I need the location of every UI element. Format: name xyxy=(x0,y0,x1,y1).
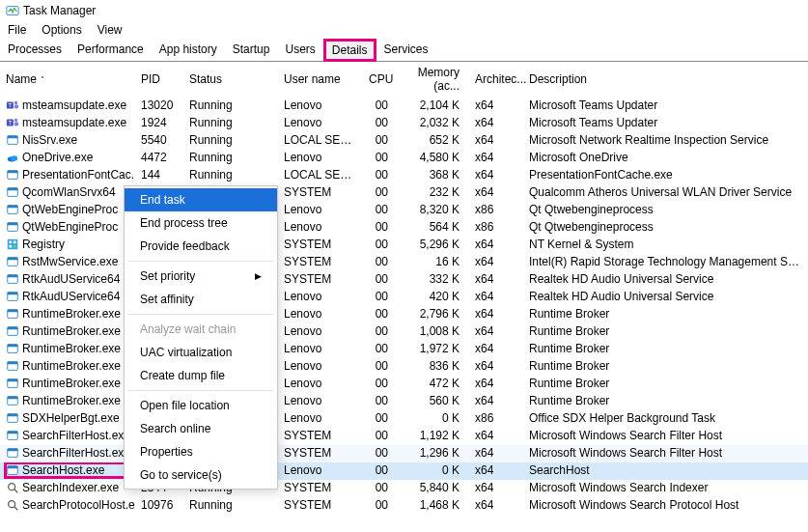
process-name: RuntimeBroker.exe xyxy=(22,307,121,321)
exe-icon xyxy=(6,359,19,373)
cell-desc: Qt Qtwebengineprocess xyxy=(523,202,808,219)
table-row[interactable]: NisSrv.exe5540RunningLOCAL SER...00652 K… xyxy=(0,132,808,150)
col-username[interactable]: User name xyxy=(278,62,363,98)
svg-point-54 xyxy=(9,501,15,508)
context-item-end-process-tree[interactable]: End process tree xyxy=(125,211,277,235)
process-name: RuntimeBroker.exe xyxy=(22,324,121,338)
cell-cpu: 00 xyxy=(363,132,398,150)
cell-desc: Microsoft Network Realtime Inspection Se… xyxy=(523,132,808,150)
table-row[interactable]: Tmsteamsupdate.exe13020RunningLenovo002,… xyxy=(0,98,808,115)
process-name: QtWebEngineProc xyxy=(22,203,118,216)
exe-icon xyxy=(6,290,19,303)
cell-pid: 1924 xyxy=(135,115,183,132)
table-row[interactable]: RuntimeBroker.exeLenovo00836 Kx64Runtime… xyxy=(0,358,808,376)
context-item-properties[interactable]: Properties xyxy=(125,440,277,463)
exe-icon xyxy=(6,324,19,338)
cell-arch: x64 xyxy=(469,98,523,115)
svg-rect-16 xyxy=(8,188,18,191)
cell-status: Running xyxy=(183,115,278,132)
table-row[interactable]: PresentationFontCac...144RunningLOCAL SE… xyxy=(0,167,808,184)
table-row[interactable]: RegistrySYSTEM005,296 Kx64NT Kernel & Sy… xyxy=(0,237,808,254)
cell-cpu: 00 xyxy=(363,98,398,115)
table-row[interactable]: SearchFilterHost.exSYSTEM001,192 Kx64Mic… xyxy=(0,428,808,445)
table-row[interactable]: RuntimeBroker.exeLenovo00472 Kx64Runtime… xyxy=(0,376,808,393)
menu-options[interactable]: Options xyxy=(42,23,81,37)
col-memory[interactable]: Memory (ac... xyxy=(398,62,469,98)
cell-cpu: 00 xyxy=(363,393,398,410)
context-item-open-file-location[interactable]: Open file location xyxy=(125,394,277,417)
svg-rect-39 xyxy=(8,362,18,365)
table-row[interactable]: QtWebEngineProcLenovo008,320 Kx86Qt Qtwe… xyxy=(0,202,808,219)
table-row[interactable]: RtkAudUService64Lenovo00420 Kx64Realtek … xyxy=(0,289,808,306)
cell-desc: Runtime Broker xyxy=(523,341,808,358)
col-architecture[interactable]: Architec... xyxy=(469,62,523,98)
svg-point-12 xyxy=(11,155,17,160)
cell-desc: Realtek HD Audio Universal Service xyxy=(523,271,808,289)
context-item-set-affinity[interactable]: Set affinity xyxy=(125,288,277,311)
cell-user: Lenovo xyxy=(278,410,363,428)
table-row[interactable]: SearchIndexer.exe2544RunningSYSTEM005,84… xyxy=(0,480,808,497)
process-name: SearchFilterHost.ex xyxy=(22,446,124,460)
table-row[interactable]: RuntimeBroker.exeLenovo001,972 Kx64Runti… xyxy=(0,341,808,358)
exe-icon xyxy=(6,133,19,147)
col-status[interactable]: Status xyxy=(183,62,278,98)
cell-user: SYSTEM xyxy=(278,445,363,462)
menu-file[interactable]: File xyxy=(8,23,26,37)
cell-user: LOCAL SER... xyxy=(278,132,363,150)
cell-arch: x64 xyxy=(469,445,523,462)
cell-desc: Microsoft Teams Updater xyxy=(523,115,808,132)
table-row[interactable]: QcomWlanSrvx64SYSTEM00232 Kx64Qualcomm A… xyxy=(0,184,808,202)
context-item-provide-feedback[interactable]: Provide feedback xyxy=(125,235,277,258)
context-item-analyze-wait-chain: Analyze wait chain xyxy=(125,318,277,341)
cell-arch: x64 xyxy=(469,184,523,202)
tab-users[interactable]: Users xyxy=(277,39,322,61)
context-item-set-priority[interactable]: Set priority▶ xyxy=(125,265,277,288)
cell-cpu: 00 xyxy=(363,202,398,219)
table-row[interactable]: SearchHost.exe7304SuspendedLenovo000 Kx6… xyxy=(0,462,808,480)
context-item-end-task[interactable]: End task xyxy=(125,188,277,211)
cell-arch: x64 xyxy=(469,115,523,132)
process-name: SDXHelperBgt.exe xyxy=(22,411,120,425)
tab-services[interactable]: Services xyxy=(376,39,436,61)
cell-pid: 5540 xyxy=(135,132,183,150)
table-row[interactable]: SDXHelperBgt.exeLenovo000 Kx86Office SDX… xyxy=(0,410,808,428)
table-row[interactable]: RuntimeBroker.exeLenovo001,008 Kx64Runti… xyxy=(0,323,808,341)
table-row[interactable]: RuntimeBroker.exeLenovo002,796 Kx64Runti… xyxy=(0,306,808,323)
context-item-uac-virtualization[interactable]: UAC virtualization xyxy=(125,341,277,364)
context-item-search-online[interactable]: Search online xyxy=(125,417,277,440)
menu-view[interactable]: View xyxy=(98,23,123,37)
col-pid[interactable]: PID xyxy=(135,62,183,98)
col-description[interactable]: Description xyxy=(523,62,808,98)
table-row[interactable]: RtkAudUService64SYSTEM00332 Kx64Realtek … xyxy=(0,271,808,289)
table-row[interactable]: OneDrive.exe4472RunningLenovo004,580 Kx6… xyxy=(0,150,808,167)
table-row[interactable]: SearchProtocolHost.e...10976RunningSYSTE… xyxy=(0,497,808,515)
tab-startup[interactable]: Startup xyxy=(225,39,278,61)
col-cpu[interactable]: CPU xyxy=(363,62,398,98)
teams-icon: T xyxy=(6,116,19,129)
cell-cpu: 00 xyxy=(363,462,398,480)
tab-performance[interactable]: Performance xyxy=(70,39,152,61)
col-name[interactable]: Name˄ xyxy=(0,62,135,98)
onedrive-icon xyxy=(6,151,19,164)
table-row[interactable]: QtWebEngineProcLenovo00564 Kx86Qt Qtwebe… xyxy=(0,219,808,237)
context-separator xyxy=(128,261,273,262)
cell-cpu: 00 xyxy=(363,306,398,323)
cell-arch: x64 xyxy=(469,150,523,167)
table-row[interactable]: SearchFilterHost.ex9168RunningSYSTEM001,… xyxy=(0,445,808,462)
svg-rect-4 xyxy=(14,104,18,108)
tab-details[interactable]: Details xyxy=(323,39,376,62)
process-name: SearchIndexer.exe xyxy=(22,481,119,494)
svg-rect-23 xyxy=(14,241,16,244)
tab-processes[interactable]: Processes xyxy=(0,39,70,61)
exe-icon xyxy=(6,429,19,442)
table-row[interactable]: Tmsteamsupdate.exe1924RunningLenovo002,0… xyxy=(0,115,808,132)
table-row[interactable]: RuntimeBroker.exeLenovo00560 Kx64Runtime… xyxy=(0,393,808,410)
cell-cpu: 00 xyxy=(363,480,398,497)
tab-app-history[interactable]: App history xyxy=(152,39,225,61)
table-row[interactable]: RstMwService.exeSYSTEM0016 Kx64Intel(R) … xyxy=(0,254,808,271)
context-item-create-dump-file[interactable]: Create dump file xyxy=(125,364,277,387)
context-item-go-to-service-s[interactable]: Go to service(s) xyxy=(125,463,277,487)
cell-user: SYSTEM xyxy=(278,184,363,202)
process-name: QtWebEngineProc xyxy=(22,220,118,234)
svg-text:T: T xyxy=(9,119,13,126)
